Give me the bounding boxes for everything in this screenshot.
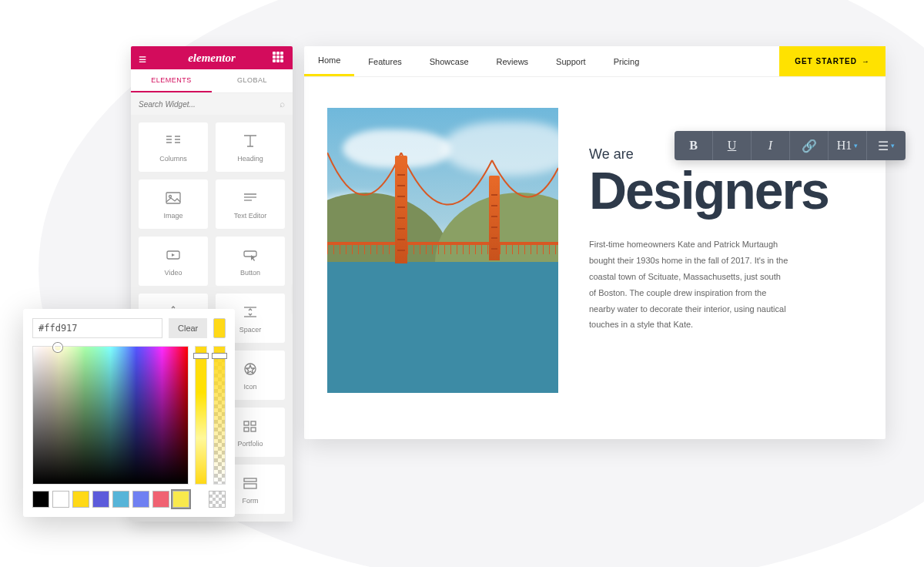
list-dropdown[interactable]: ☰▾ — [867, 131, 906, 160]
sidebar-header: elementor — [131, 46, 293, 69]
swatch[interactable] — [172, 491, 189, 508]
widget-label: Heading — [237, 155, 263, 163]
text-editor-icon — [241, 189, 259, 207]
arrow-right-icon: → — [862, 57, 870, 65]
chevron-down-icon: ▾ — [854, 142, 858, 149]
heading-dropdown[interactable]: H1▾ — [829, 131, 867, 160]
brand-logo: elementor — [188, 52, 236, 65]
widget-label: Form — [243, 497, 259, 505]
hue-slider[interactable] — [195, 346, 207, 485]
swatch[interactable] — [112, 491, 129, 508]
swatch[interactable] — [52, 491, 69, 508]
alpha-slider[interactable] — [213, 346, 226, 485]
svg-marker-21 — [246, 365, 255, 374]
swatch-row — [32, 491, 226, 508]
nav-reviews[interactable]: Reviews — [483, 46, 543, 76]
swatch-transparent[interactable] — [209, 491, 226, 508]
widget-label: Text Editor — [234, 212, 267, 220]
search-input[interactable] — [139, 100, 280, 109]
swatch[interactable] — [32, 491, 49, 508]
widget-text-editor[interactable]: Text Editor — [216, 179, 285, 229]
form-icon — [241, 474, 259, 492]
widget-label: Video — [165, 269, 182, 277]
underline-button[interactable]: U — [713, 131, 752, 160]
widget-label: Columns — [159, 155, 187, 163]
widget-columns[interactable]: Columns — [139, 122, 208, 172]
nav-pricing[interactable]: Pricing — [600, 46, 654, 76]
swatch[interactable] — [152, 491, 169, 508]
svg-rect-23 — [251, 421, 256, 425]
bold-button[interactable]: B — [675, 131, 713, 160]
color-field[interactable] — [32, 346, 189, 485]
widget-label: Button — [240, 269, 260, 277]
nav-home[interactable]: Home — [304, 46, 354, 76]
svg-rect-9 — [166, 193, 180, 203]
get-started-button[interactable]: GET STARTED→ — [779, 46, 886, 76]
list-icon: ☰ — [878, 139, 889, 153]
page-canvas: Home Features Showcase Reviews Support P… — [304, 46, 886, 439]
chevron-down-icon: ▾ — [891, 142, 895, 149]
swatch[interactable] — [72, 491, 89, 508]
svg-rect-27 — [244, 484, 256, 488]
cta-label: GET STARTED — [795, 57, 857, 65]
hex-input[interactable] — [32, 318, 162, 338]
italic-button[interactable]: I — [752, 131, 790, 160]
spacer-icon — [241, 303, 259, 321]
tab-elements[interactable]: ELEMENTS — [131, 69, 212, 92]
tab-global[interactable]: GLOBAL — [212, 69, 293, 92]
hero-image — [327, 108, 558, 393]
image-icon — [164, 189, 182, 207]
nav-features[interactable]: Features — [354, 46, 415, 76]
svg-rect-24 — [244, 428, 249, 431]
text-format-toolbar: B U I 🔗 H1▾ ☰▾ — [675, 131, 906, 160]
nav-support[interactable]: Support — [542, 46, 600, 76]
current-color-swatch — [213, 318, 226, 338]
widget-image[interactable]: Image — [139, 179, 208, 229]
button-icon — [241, 246, 259, 264]
svg-rect-25 — [251, 428, 256, 431]
heading-icon — [241, 132, 259, 150]
svg-point-10 — [169, 196, 172, 198]
search-row: ⌕ — [131, 93, 293, 115]
svg-marker-15 — [172, 253, 175, 257]
nav-showcase[interactable]: Showcase — [416, 46, 483, 76]
swatch[interactable] — [92, 491, 109, 508]
star-icon — [241, 360, 259, 378]
hero-title[interactable]: Designers — [589, 164, 862, 216]
menu-icon[interactable] — [139, 52, 151, 64]
search-icon[interactable]: ⌕ — [280, 99, 285, 109]
hero-paragraph: First-time homeowners Kate and Patrick M… — [589, 237, 789, 333]
apps-icon[interactable] — [273, 52, 285, 64]
widget-heading[interactable]: Heading — [216, 122, 285, 172]
color-picker: Clear — [23, 309, 235, 517]
video-icon — [164, 246, 182, 264]
widget-label: Icon — [243, 383, 256, 391]
site-nav: Home Features Showcase Reviews Support P… — [304, 46, 886, 77]
clear-button[interactable]: Clear — [169, 318, 207, 338]
widget-button[interactable]: Button — [216, 237, 285, 286]
sidebar-tabs: ELEMENTS GLOBAL — [131, 69, 293, 93]
widget-video[interactable]: Video — [139, 237, 208, 286]
swatch[interactable] — [132, 491, 149, 508]
portfolio-icon — [241, 417, 259, 435]
columns-icon — [164, 132, 182, 150]
color-handle[interactable] — [53, 343, 62, 352]
svg-rect-16 — [244, 251, 256, 257]
widget-label: Image — [163, 212, 182, 220]
widget-label: Portfolio — [237, 440, 263, 448]
link-button[interactable]: 🔗 — [790, 131, 829, 160]
svg-rect-26 — [244, 478, 256, 481]
svg-rect-22 — [244, 421, 249, 425]
widget-label: Spacer — [239, 326, 262, 334]
link-icon: 🔗 — [802, 139, 817, 153]
